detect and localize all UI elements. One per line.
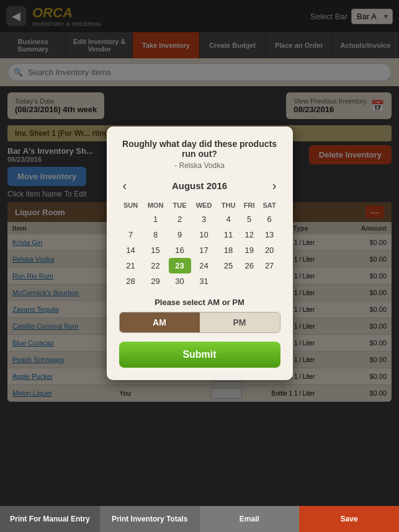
print-totals-button[interactable]: Print Inventory Totals (100, 506, 200, 532)
cal-day[interactable]: 11 (217, 227, 240, 242)
cal-day-header: WED (191, 199, 217, 211)
cal-day[interactable]: 18 (217, 242, 240, 258)
modal-title: Roughly what day did these products run … (119, 139, 280, 159)
cal-day (240, 273, 259, 289)
cal-day-header: FRI (240, 199, 259, 211)
cal-day[interactable]: 7 (119, 227, 143, 242)
cal-day[interactable]: 8 (143, 227, 169, 242)
cal-day-header: SUN (119, 199, 143, 211)
ampm-label: Please select AM or PM (119, 298, 280, 307)
cal-day[interactable]: 2 (169, 211, 191, 227)
ampm-row: AM PM (119, 312, 280, 333)
cal-day-header: THU (217, 199, 240, 211)
cal-day[interactable]: 23 (169, 258, 191, 273)
cal-day[interactable]: 20 (259, 242, 280, 258)
cal-next-button[interactable]: › (269, 179, 280, 193)
save-button[interactable]: Save (299, 506, 399, 532)
am-button[interactable]: AM (120, 313, 200, 332)
cal-day[interactable]: 3 (191, 211, 217, 227)
cal-day[interactable]: 24 (191, 258, 217, 273)
cal-header: ‹ August 2016 › (119, 179, 280, 193)
pm-button[interactable]: PM (200, 313, 280, 332)
print-manual-button[interactable]: Print For Manual Entry (0, 506, 100, 532)
bottom-bar: Print For Manual Entry Print Inventory T… (0, 506, 399, 532)
cal-day[interactable]: 1 (143, 211, 169, 227)
cal-day[interactable]: 13 (259, 227, 280, 242)
cal-day[interactable]: 19 (240, 242, 259, 258)
cal-day[interactable]: 12 (240, 227, 259, 242)
cal-day-header: SAT (259, 199, 280, 211)
cal-day[interactable]: 26 (240, 258, 259, 273)
cal-day (259, 273, 280, 289)
cal-day[interactable]: 21 (119, 258, 143, 273)
cal-day[interactable]: 4 (217, 211, 240, 227)
cal-day[interactable]: 17 (191, 242, 217, 258)
cal-day[interactable]: 14 (119, 242, 143, 258)
cal-day[interactable]: 29 (143, 273, 169, 289)
cal-prev-button[interactable]: ‹ (119, 179, 131, 193)
cal-day[interactable]: 22 (143, 258, 169, 273)
cal-day[interactable]: 16 (169, 242, 191, 258)
cal-grid: SUNMONTUEWEDTHUFRISAT 123456789101112131… (119, 199, 280, 289)
cal-day[interactable]: 28 (119, 273, 143, 289)
cal-day[interactable]: 10 (191, 227, 217, 242)
cal-day[interactable]: 27 (259, 258, 280, 273)
submit-button[interactable]: Submit (119, 342, 280, 368)
modal-overlay: Roughly what day did these products run … (0, 0, 399, 506)
calendar: ‹ August 2016 › SUNMONTUEWEDTHUFRISAT 12… (119, 179, 280, 289)
modal-subtitle: - Relska Vodka (119, 161, 280, 170)
cal-day-header: MON (143, 199, 169, 211)
email-button[interactable]: Email (200, 506, 300, 532)
cal-day[interactable]: 9 (169, 227, 191, 242)
cal-day (119, 211, 143, 227)
modal: Roughly what day did these products run … (107, 126, 293, 380)
cal-day[interactable]: 25 (217, 258, 240, 273)
cal-day-header: TUE (169, 199, 191, 211)
cal-day[interactable]: 31 (191, 273, 217, 289)
cal-day[interactable]: 30 (169, 273, 191, 289)
cal-day[interactable]: 5 (240, 211, 259, 227)
cal-day[interactable]: 6 (259, 211, 280, 227)
cal-month-label: August 2016 (172, 180, 227, 191)
cal-day[interactable]: 15 (143, 242, 169, 258)
cal-day (217, 273, 240, 289)
